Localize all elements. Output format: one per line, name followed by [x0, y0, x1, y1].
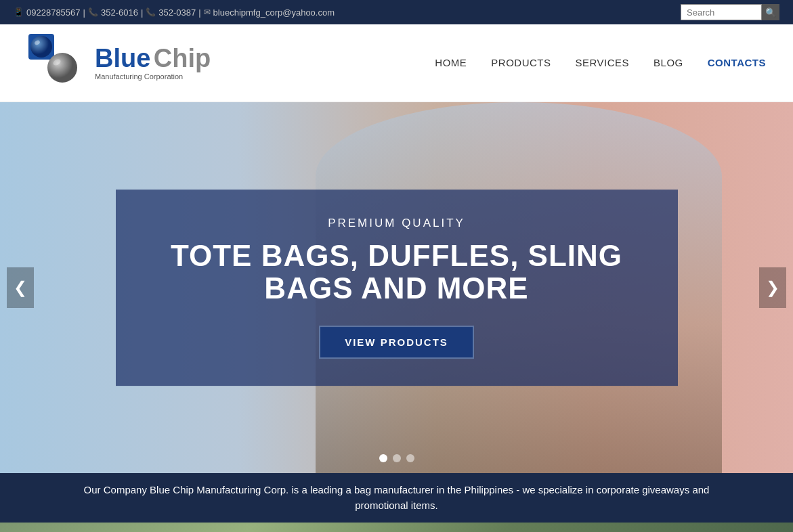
next-slide-button[interactable]: ❯ — [759, 267, 786, 308]
top-bar: 📱 09228785567 | 📞 352-6016 | 📞 352-0387 … — [0, 0, 793, 24]
phone1-sep: | — [83, 7, 85, 18]
logo-graphic — [27, 32, 88, 93]
nav-link-home[interactable]: HOME — [435, 57, 467, 68]
hero-content-box: PREMIUM QUALITY TOTE BAGS, DUFFLES, SLIN… — [116, 190, 678, 386]
search-button[interactable]: 🔍 — [762, 4, 779, 20]
nav-link-blog[interactable]: BLOG — [653, 57, 683, 68]
info-bar: Our Company Blue Chip Manufacturing Corp… — [0, 473, 793, 523]
phone2-item: 📞 352-6016 | — [88, 7, 143, 18]
phone2-sep: | — [141, 7, 143, 18]
prev-slide-button[interactable]: ❮ — [7, 267, 34, 308]
top-bar-contacts: 📱 09228785567 | 📞 352-6016 | 📞 352-0387 … — [14, 7, 337, 18]
nav-link-products[interactable]: PRODUCTS — [491, 57, 551, 68]
logo-line: Blue Chip — [95, 45, 211, 71]
slide-dot-1[interactable] — [379, 454, 387, 462]
email-address: bluechipmfg_corp@yahoo.com — [213, 7, 335, 18]
info-bar-text-line1: Our Company Blue Chip Manufacturing Corp… — [84, 484, 710, 495]
svg-point-2 — [47, 53, 77, 83]
logo-sub-text: Manufacturing Corporation — [95, 72, 211, 81]
logo-chip-text: Chip — [154, 44, 211, 72]
chevron-left-icon: ❮ — [14, 278, 27, 297]
bottom-preview-section — [0, 523, 793, 532]
logo-blue-text: Blue — [95, 44, 150, 72]
nav-links: HOME PRODUCTS SERVICES BLOG CONTACTS — [435, 57, 766, 69]
phone3-icon: 📞 — [146, 7, 156, 17]
slide-dot-2[interactable] — [393, 454, 401, 462]
view-products-button[interactable]: VIEW PRODUCTS — [319, 326, 474, 359]
nav-item-products[interactable]: PRODUCTS — [491, 57, 551, 69]
hero-dots — [379, 454, 414, 462]
hero-title: TOTE BAGS, DUFFLES, SLING BAGS AND MORE — [156, 240, 637, 305]
search-area[interactable]: 🔍 — [681, 4, 779, 20]
nav-item-services[interactable]: SERVICES — [576, 57, 630, 69]
nav-link-contacts[interactable]: CONTACTS — [708, 57, 766, 68]
phone1-item: 📱 09228785567 | — [14, 7, 85, 18]
nav-item-contacts[interactable]: CONTACTS — [708, 57, 766, 69]
search-input[interactable] — [681, 4, 762, 20]
phone3-item: 📞 352-0387 | — [146, 7, 200, 18]
nav-item-home[interactable]: HOME — [435, 57, 467, 69]
logo-svg — [27, 32, 81, 87]
nav-bar: Blue Chip Manufacturing Corporation HOME… — [0, 24, 793, 102]
bottom-preview-image — [0, 523, 793, 532]
phone3-number: 352-0387 — [158, 7, 196, 18]
slide-dot-3[interactable] — [406, 454, 414, 462]
logo-area: Blue Chip Manufacturing Corporation — [27, 32, 211, 93]
phone1-number: 09228785567 — [26, 7, 81, 18]
email-icon: ✉ — [204, 7, 211, 17]
hero-slider: ❮ PREMIUM QUALITY TOTE BAGS, DUFFLES, SL… — [0, 102, 793, 473]
phone3-sep: | — [198, 7, 200, 18]
nav-item-blog[interactable]: BLOG — [653, 57, 683, 69]
hero-subtitle: PREMIUM QUALITY — [156, 217, 637, 230]
mobile-icon: 📱 — [14, 7, 24, 17]
phone2-number: 352-6016 — [101, 7, 138, 18]
nav-link-services[interactable]: SERVICES — [576, 57, 630, 68]
info-bar-text-line2: promotional items. — [355, 500, 438, 511]
email-item: ✉ bluechipmfg_corp@yahoo.com — [204, 7, 335, 18]
chevron-right-icon: ❯ — [766, 278, 779, 297]
phone2-icon: 📞 — [88, 7, 98, 17]
svg-point-1 — [30, 36, 52, 58]
logo-text: Blue Chip Manufacturing Corporation — [95, 45, 211, 81]
